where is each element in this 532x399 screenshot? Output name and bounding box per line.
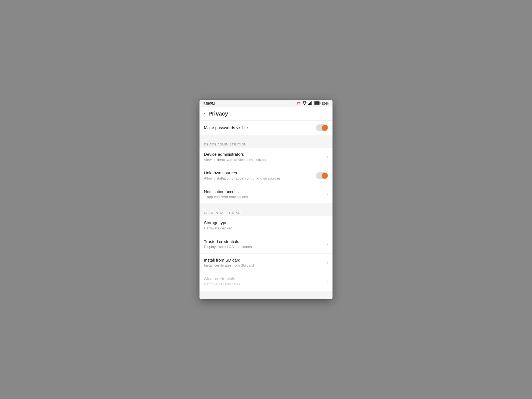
wifi-icon xyxy=(302,101,307,106)
device-administrators-title: Device administrators xyxy=(204,152,324,157)
storage-type-row: Storage type Hardware-backed xyxy=(200,216,332,235)
svg-rect-3 xyxy=(311,101,312,105)
device-administrators-chevron: › xyxy=(327,154,328,159)
notification-access-subtitle: 1 app can read notifications xyxy=(204,195,324,200)
status-icons: ··· ⏰ xyxy=(293,101,329,106)
make-passwords-title: Make passwords visible xyxy=(204,125,316,131)
svg-rect-2 xyxy=(310,102,311,105)
trusted-credentials-subtitle: Display trusted CA certificates xyxy=(204,245,324,249)
install-from-sd-title: Install from SD card xyxy=(204,257,324,263)
svg-rect-5 xyxy=(314,102,319,104)
make-passwords-section: Make passwords visible xyxy=(200,121,332,135)
device-admin-group: Device administrators View or deactivate… xyxy=(200,148,332,203)
clear-credentials-subtitle: Remove all certificates xyxy=(204,282,324,287)
credential-storage-section-header: CREDENTIAL STORAGE xyxy=(200,206,332,216)
unknown-sources-subtitle: Allow installation of apps from unknown … xyxy=(204,176,316,181)
install-from-sd-row[interactable]: Install from SD card Install certificate… xyxy=(200,254,332,272)
toolbar: ‹ Privacy xyxy=(200,107,332,121)
notification-access-title: Notification access xyxy=(204,189,324,195)
page-title: Privacy xyxy=(208,111,228,117)
device-admin-section-header: DEVICE ADMINISTRATION xyxy=(200,138,332,148)
clear-credentials-title: Clear credentials xyxy=(204,276,324,282)
device-administrators-row[interactable]: Device administrators View or deactivate… xyxy=(200,148,332,166)
storage-type-title: Storage type xyxy=(204,220,328,226)
spacer-1 xyxy=(200,135,332,138)
install-from-sd-subtitle: Install certificates from SD card xyxy=(204,263,324,268)
alarm-icon: ⏰ xyxy=(297,102,301,106)
spacer-3 xyxy=(200,291,332,293)
make-passwords-toggle[interactable] xyxy=(316,124,328,131)
device-administrators-subtitle: View or deactivate device administrators xyxy=(204,158,324,162)
notification-access-chevron: › xyxy=(327,192,328,197)
battery-icon xyxy=(314,101,321,106)
unknown-sources-toggle-thumb xyxy=(322,173,328,179)
toggle-thumb xyxy=(322,125,328,131)
trusted-credentials-chevron: › xyxy=(327,242,328,247)
back-button[interactable]: ‹ xyxy=(203,111,205,116)
settings-content: Make passwords visible DEVICE ADMINISTRA… xyxy=(200,121,332,299)
svg-rect-0 xyxy=(308,104,309,105)
status-time: 7:59PM xyxy=(203,102,215,106)
trusted-credentials-row[interactable]: Trusted credentials Display trusted CA c… xyxy=(200,235,332,254)
svg-rect-6 xyxy=(320,103,321,104)
svg-rect-1 xyxy=(309,103,310,105)
status-bar: 7:59PM ··· ⏰ xyxy=(200,100,332,107)
storage-type-subtitle: Hardware-backed xyxy=(204,226,328,231)
battery-percent: 89% xyxy=(322,102,329,106)
clear-credentials-row: Clear credentials Remove all certificate… xyxy=(200,272,332,290)
unknown-sources-toggle[interactable] xyxy=(316,172,328,179)
notification-access-row[interactable]: Notification access 1 app can read notif… xyxy=(200,185,332,203)
trusted-credentials-title: Trusted credentials xyxy=(204,239,324,244)
make-passwords-row[interactable]: Make passwords visible xyxy=(200,121,332,135)
spacer-2 xyxy=(200,203,332,206)
clear-credentials-chevron: › xyxy=(327,279,328,284)
unknown-sources-row[interactable]: Unknown sources Allow installation of ap… xyxy=(200,166,332,185)
signal-dots-icon: ··· xyxy=(293,102,295,106)
phone-frame: 7:59PM ··· ⏰ xyxy=(200,100,332,299)
install-from-sd-chevron: › xyxy=(327,260,328,265)
unknown-sources-title: Unknown sources xyxy=(204,170,316,176)
spacer-4 xyxy=(200,293,332,296)
credential-storage-group: Storage type Hardware-backed Trusted cre… xyxy=(200,216,332,291)
signal-bars-icon xyxy=(308,101,313,106)
